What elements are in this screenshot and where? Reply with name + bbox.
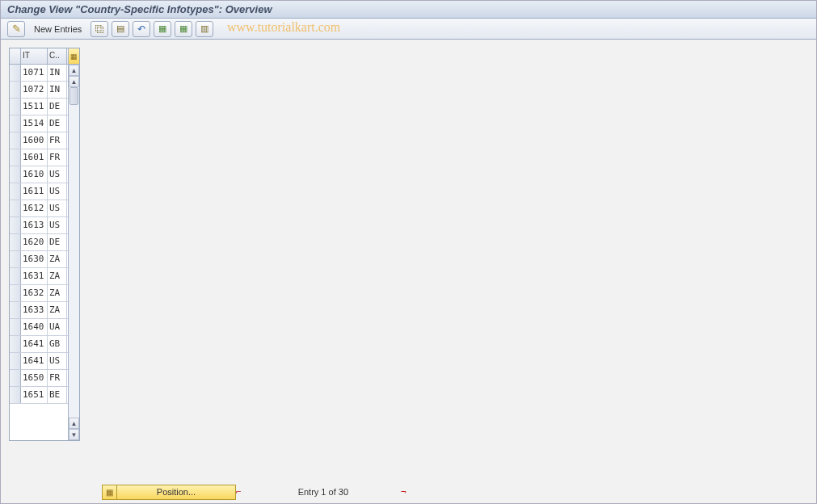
cell-it[interactable]: 1651	[21, 387, 48, 403]
scroll-thumb[interactable]	[69, 87, 78, 105]
cell-country[interactable]: ZA	[48, 285, 67, 301]
undo-icon[interactable]	[133, 21, 150, 37]
column-header-country[interactable]: C..	[48, 48, 67, 64]
row-selector[interactable]	[10, 116, 21, 132]
scroll-up-button[interactable]: ▲	[69, 65, 79, 76]
row-selector[interactable]	[10, 99, 21, 115]
table-row: 1600FR	[10, 132, 68, 149]
cell-it[interactable]: 1601	[21, 149, 48, 166]
cell-it[interactable]: 1620	[21, 234, 48, 250]
row-selector[interactable]	[10, 319, 21, 335]
table-row: 1641US	[10, 353, 68, 370]
cell-country[interactable]: DE	[48, 116, 67, 132]
row-selector[interactable]	[10, 149, 21, 166]
table-row: 1072IN	[10, 82, 68, 99]
cell-country[interactable]: UA	[48, 319, 67, 335]
cell-it[interactable]: 1610	[21, 166, 48, 183]
cell-it[interactable]: 1611	[21, 183, 48, 200]
cell-country[interactable]: DE	[48, 234, 67, 250]
row-selector[interactable]	[10, 217, 21, 233]
cell-country[interactable]: US	[48, 200, 67, 216]
cell-country[interactable]: US	[48, 217, 67, 233]
row-selector[interactable]	[10, 166, 21, 183]
cell-country[interactable]: FR	[48, 132, 67, 149]
copy-as-icon[interactable]	[91, 21, 108, 37]
select-all-header[interactable]	[10, 48, 21, 64]
change-icon[interactable]	[7, 21, 25, 37]
position-icon[interactable]	[102, 485, 116, 500]
cell-it[interactable]: 1650	[21, 370, 48, 386]
table-row: 1632ZA	[10, 285, 68, 302]
cell-it[interactable]: 1630	[21, 251, 48, 267]
table-row: 1611US	[10, 183, 68, 200]
data-grid: IT C.. 1071IN1072IN1511DE1514DE1600FR160…	[9, 48, 80, 441]
cell-country[interactable]: ZA	[48, 302, 67, 318]
cell-it[interactable]: 1612	[21, 200, 48, 216]
scroll-track[interactable]	[69, 87, 79, 418]
row-selector[interactable]	[10, 285, 21, 301]
cell-country[interactable]: ZA	[48, 251, 67, 267]
row-selector[interactable]	[10, 183, 21, 200]
cell-country[interactable]: DE	[48, 99, 67, 115]
row-selector[interactable]	[10, 370, 21, 386]
cell-it[interactable]: 1514	[21, 116, 48, 132]
cell-country[interactable]: BE	[48, 387, 67, 403]
cell-country[interactable]: US	[48, 353, 67, 369]
cell-it[interactable]: 1640	[21, 319, 48, 335]
table-row: 1651BE	[10, 387, 68, 404]
cell-country[interactable]: US	[48, 183, 67, 200]
cell-country[interactable]: FR	[48, 149, 67, 166]
column-header-it[interactable]: IT	[21, 48, 48, 64]
select-block-icon[interactable]	[175, 21, 192, 37]
row-selector[interactable]	[10, 65, 21, 81]
cell-it[interactable]: 1641	[21, 336, 48, 352]
position-button[interactable]: Position...	[116, 485, 236, 500]
table-settings-icon[interactable]	[69, 48, 79, 65]
table-row: 1511DE	[10, 99, 68, 116]
row-selector[interactable]	[10, 353, 21, 369]
row-selector[interactable]	[10, 234, 21, 250]
scroll-down-button-2[interactable]: ▲	[69, 418, 79, 429]
scroll-down-button[interactable]: ▼	[69, 429, 79, 440]
vertical-scrollbar: ▲ ▲ ▲ ▼	[68, 48, 79, 440]
row-selector[interactable]	[10, 268, 21, 284]
cell-it[interactable]: 1633	[21, 302, 48, 318]
new-entries-button[interactable]: New Entries	[28, 21, 87, 37]
cell-it[interactable]: 1511	[21, 99, 48, 115]
cell-it[interactable]: 1613	[21, 217, 48, 233]
cell-it[interactable]: 1632	[21, 285, 48, 301]
page-title: Change View "Country-Specific Infotypes"…	[7, 3, 272, 15]
row-selector[interactable]	[10, 200, 21, 216]
table-row: 1640UA	[10, 319, 68, 336]
cell-it[interactable]: 1072	[21, 82, 48, 98]
row-selector[interactable]	[10, 132, 21, 149]
row-selector[interactable]	[10, 82, 21, 98]
cell-country[interactable]: FR	[48, 370, 67, 386]
row-selector[interactable]	[10, 251, 21, 267]
cell-country[interactable]: US	[48, 166, 67, 183]
table-row: 1633ZA	[10, 302, 68, 319]
cell-country[interactable]: IN	[48, 82, 67, 98]
delete-icon[interactable]	[112, 21, 129, 37]
table-row: 1641GB	[10, 336, 68, 353]
deselect-all-icon[interactable]	[196, 21, 213, 37]
cell-country[interactable]: IN	[48, 65, 67, 81]
scroll-up-button-2[interactable]: ▲	[69, 76, 79, 87]
cell-it[interactable]: 1631	[21, 268, 48, 284]
table-row: 1613US	[10, 217, 68, 234]
bracket-right: ¬	[401, 485, 406, 500]
toolbar: New Entries www.tutorialkart.com	[1, 19, 816, 40]
cell-country[interactable]: ZA	[48, 268, 67, 284]
cell-country[interactable]: GB	[48, 336, 67, 352]
cell-it[interactable]: 1641	[21, 353, 48, 369]
cell-it[interactable]: 1071	[21, 65, 48, 81]
footer-bar: Position... ⌐ Entry 1 of 30 ¬	[102, 484, 406, 500]
table-row: 1071IN	[10, 65, 68, 82]
row-selector[interactable]	[10, 387, 21, 403]
row-selector[interactable]	[10, 302, 21, 318]
grid-header: IT C..	[10, 48, 68, 65]
select-all-icon[interactable]	[154, 21, 171, 37]
table-row: 1601FR	[10, 149, 68, 166]
cell-it[interactable]: 1600	[21, 132, 48, 149]
row-selector[interactable]	[10, 336, 21, 352]
